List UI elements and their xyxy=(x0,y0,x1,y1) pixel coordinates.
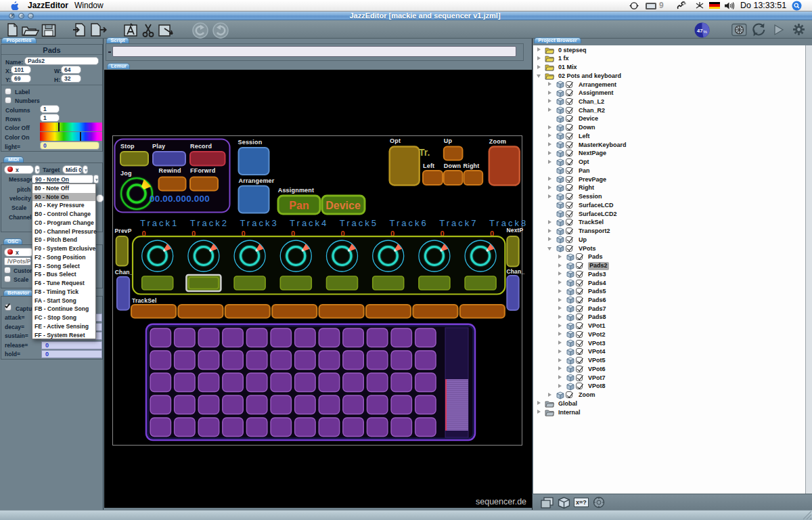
svg-text:FForwrd: FForwrd xyxy=(190,167,215,174)
svg-text:Opt: Opt xyxy=(390,137,401,144)
svg-text:%: % xyxy=(704,30,708,34)
svg-text:Left: Left xyxy=(423,162,434,169)
svg-text:Record: Record xyxy=(190,143,212,150)
svg-text:TrackSel: TrackSel xyxy=(132,297,157,304)
svg-text:Track2: Track2 xyxy=(190,218,229,228)
svg-text:Track7: Track7 xyxy=(439,218,478,228)
svg-text:Pan: Pan xyxy=(289,200,309,211)
svg-text:Track5: Track5 xyxy=(340,218,378,228)
svg-text:Stop: Stop xyxy=(120,143,135,150)
svg-text:Track1: Track1 xyxy=(140,218,179,228)
svg-text:sequencer.de: sequencer.de xyxy=(476,497,526,506)
svg-text:Track4: Track4 xyxy=(290,218,328,228)
svg-text:Chan_: Chan_ xyxy=(115,269,133,276)
svg-text:Arrangemer: Arrangemer xyxy=(239,177,275,184)
svg-text:Down: Down xyxy=(444,162,461,169)
svg-text:Device: Device xyxy=(325,200,361,211)
svg-text:Play: Play xyxy=(152,143,165,150)
svg-text:Rewind: Rewind xyxy=(159,167,181,174)
svg-text:Assignment: Assignment xyxy=(278,187,315,194)
svg-text:Jog: Jog xyxy=(120,170,132,177)
svg-text:Up: Up xyxy=(444,137,453,144)
svg-text:Zoom: Zoom xyxy=(489,138,506,145)
svg-text:NextP: NextP xyxy=(506,227,523,234)
svg-text:00.00.000.000: 00.00.000.000 xyxy=(150,194,210,204)
svg-text:PrevP: PrevP xyxy=(115,228,132,234)
svg-text:Right: Right xyxy=(464,162,480,169)
svg-text:Tr.: Tr. xyxy=(419,147,430,158)
svg-text:Chan_: Chan_ xyxy=(506,268,524,275)
svg-text:Track3: Track3 xyxy=(240,218,278,228)
svg-text:Track6: Track6 xyxy=(390,218,428,228)
svg-text:47: 47 xyxy=(697,28,702,34)
svg-text:Session: Session xyxy=(238,139,263,146)
